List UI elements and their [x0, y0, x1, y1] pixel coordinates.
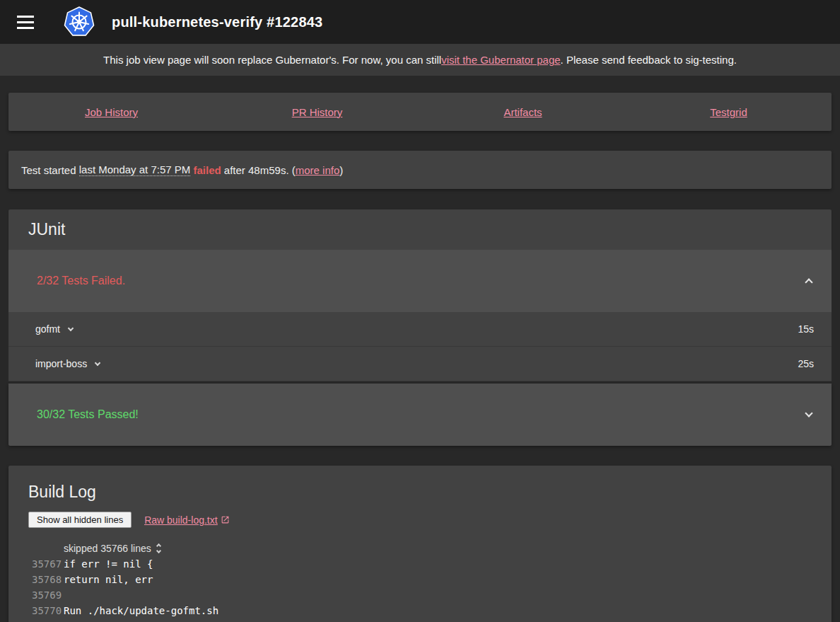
- failed-test-row-import-boss[interactable]: import-boss 25s: [8, 347, 832, 381]
- junit-section-title: JUnit: [8, 209, 832, 250]
- build-log-title: Build Log: [8, 483, 832, 502]
- external-link-icon: [221, 515, 230, 524]
- log-line: 35771 +++ exit code: 1: [8, 618, 832, 622]
- chevron-down-icon[interactable]: [805, 409, 812, 417]
- test-duration: 25s: [798, 358, 814, 369]
- passed-tests-summary[interactable]: 30/32 Tests Passed!: [8, 384, 832, 446]
- junit-section: JUnit 2/32 Tests Failed. gofmt 15s impor…: [8, 209, 832, 446]
- test-status-card: Test started last Monday at 7:57 PM fail…: [8, 151, 832, 189]
- log-line: 35768 return nil, err: [8, 572, 832, 587]
- log-line-text: return nil, err: [64, 572, 153, 587]
- passed-tests-summary-label: 30/32 Tests Passed!: [37, 408, 139, 421]
- status-prefix: Test started: [21, 164, 76, 176]
- log-line-number: 35768: [8, 572, 41, 587]
- chevron-up-icon[interactable]: [805, 278, 812, 286]
- banner-text-before: This job view page will soon replace Gub…: [103, 54, 441, 66]
- menu-icon[interactable]: [14, 8, 42, 36]
- log-line: 35770 Run ./hack/update-gofmt.sh: [8, 603, 832, 618]
- skipped-lines-label: skipped 35766 lines: [64, 541, 151, 556]
- more-info-link[interactable]: more info: [296, 164, 340, 176]
- log-line-text: if err != nil {: [64, 556, 153, 572]
- log-line-number: 35770: [8, 603, 41, 618]
- failed-tests-list: gofmt 15s import-boss 25s: [8, 312, 832, 381]
- log-line-number: 35769: [8, 587, 41, 603]
- build-log-controls: Show all hidden lines Raw build-log.txt: [8, 512, 832, 528]
- top-app-bar: pull-kubernetes-verify #122843: [0, 0, 840, 44]
- failed-tests-summary[interactable]: 2/32 Tests Failed.: [8, 250, 832, 312]
- log-line-number: 35767: [8, 556, 41, 572]
- log-line-number: 35771: [8, 618, 41, 622]
- log-line-text: +++ exit code: 1: [64, 618, 159, 622]
- status-after-text: after 48m59s. (: [224, 164, 296, 176]
- gubernator-banner: This job view page will soon replace Gub…: [0, 44, 840, 76]
- test-name: import-boss: [35, 358, 87, 369]
- log-line-text: Run ./hack/update-gofmt.sh: [64, 603, 218, 618]
- status-result-badge: failed: [193, 164, 221, 176]
- failed-test-row-gofmt[interactable]: gofmt 15s: [8, 312, 832, 347]
- banner-text-after: . Please send feedback to sig-testing.: [561, 54, 737, 66]
- failed-tests-summary-label: 2/32 Tests Failed.: [37, 275, 125, 287]
- test-name: gofmt: [35, 323, 60, 335]
- nav-job-history-link[interactable]: Job History: [8, 106, 214, 118]
- kubernetes-logo-icon: [62, 5, 96, 39]
- nav-pr-history-link[interactable]: PR History: [214, 106, 420, 118]
- nav-links-card: Job History PR History Artifacts Testgri…: [8, 93, 832, 131]
- skipped-lines-row[interactable]: skipped 35766 lines: [8, 541, 832, 556]
- raw-build-log-link[interactable]: Raw build-log.txt: [144, 514, 230, 526]
- show-hidden-lines-button[interactable]: Show all hidden lines: [28, 512, 132, 528]
- nav-artifacts-link[interactable]: Artifacts: [420, 106, 626, 118]
- gubernator-link[interactable]: visit the Gubernator page: [441, 54, 560, 66]
- log-line: 35769: [8, 587, 832, 603]
- status-start-time: last Monday at 7:57 PM: [79, 163, 191, 176]
- raw-build-log-link-label: Raw build-log.txt: [144, 514, 218, 526]
- test-duration: 15s: [798, 323, 814, 335]
- build-log-lines: skipped 35766 lines 35767 if err != nil …: [8, 541, 832, 622]
- chevron-down-icon[interactable]: [68, 326, 74, 331]
- nav-testgrid-link[interactable]: Testgrid: [626, 106, 832, 118]
- build-log-section: Build Log Show all hidden lines Raw buil…: [8, 466, 832, 622]
- status-suffix: ): [339, 164, 343, 176]
- unfold-more-icon[interactable]: [157, 544, 161, 553]
- chevron-down-icon[interactable]: [95, 360, 100, 366]
- page-title: pull-kubernetes-verify #122843: [112, 14, 322, 30]
- log-line: 35767 if err != nil {: [8, 556, 832, 572]
